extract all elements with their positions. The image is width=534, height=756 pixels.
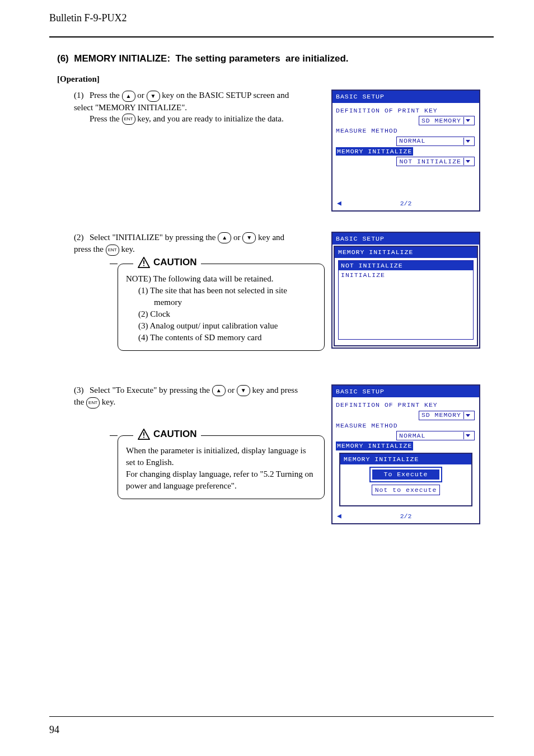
step-1-l2a: Press the <box>90 114 122 123</box>
screen-basic-setup-1: BASIC SETUP DEFINITION OF PRINT KEY SD M… <box>331 90 480 212</box>
to-execute-button[interactable]: To Execute <box>372 469 440 480</box>
svg-rect-3 <box>143 437 144 438</box>
step-2-row: (2)Select "INITIALIZE" by pressing the ▲… <box>49 232 494 351</box>
screen1-row-memory: MEMORY INITIALIZE <box>336 147 476 156</box>
ent-key-icon: ENT <box>86 397 100 408</box>
retain-item-1: (1) The site that has been not selected … <box>138 285 316 308</box>
screen-basic-setup-2: BASIC SETUP MEMORY INITIALIZE NOT INITIA… <box>331 232 480 349</box>
step-2-l1b: or <box>231 233 242 242</box>
memory-initialize-highlight[interactable]: MEMORY INITIALIZE <box>336 442 413 450</box>
warning-triangle-icon <box>138 257 150 268</box>
screen1-field-print-key: SD MEMORY <box>336 116 476 125</box>
memory-initialize-highlight[interactable]: MEMORY INITIALIZE <box>336 147 413 156</box>
caution-tick <box>110 435 118 436</box>
caution-1-body: NOTE) The following data will be retaine… <box>118 264 325 351</box>
screen-basic-setup-3: BASIC SETUP DEFINITION OF PRINT KEY SD M… <box>331 384 480 525</box>
step-1-l1a: Press the <box>90 91 122 100</box>
screen3-body: DEFINITION OF PRINT KEY SD MEMORY MEASUR… <box>332 397 479 506</box>
not-execute-button[interactable]: Not to execute <box>372 485 440 496</box>
caution-1-heading: CAUTION <box>133 256 201 269</box>
screen2-popup: MEMORY INITIALIZE NOT INITIALIZE INITIAL… <box>334 246 478 346</box>
option-not-initialize[interactable]: NOT INITIALIZE <box>339 261 473 271</box>
screen1-field-memory: NOT INITIALIZE <box>336 157 476 166</box>
screen3-modal: MEMORY INITIALIZE To Execute Not to exec… <box>339 453 472 507</box>
step-3-row: (3)Select "To Execute" by pressing the ▲… <box>49 384 494 525</box>
retain-item-4: (4) The contents of SD memory card <box>138 332 316 344</box>
caution-2-heading: CAUTION <box>133 428 201 441</box>
step-3-l1d: key. <box>100 397 115 406</box>
section-title-c-text: are initialized. <box>285 53 348 64</box>
screen3-title: BASIC SETUP <box>332 386 479 398</box>
screen3-field-measure: NORMAL <box>336 431 476 440</box>
page-left-arrow-icon[interactable]: ◀ <box>337 511 341 522</box>
up-key-icon: ▲ <box>122 91 135 102</box>
screen3-page-indicator: 2/2 <box>400 512 412 521</box>
step-2-num: (2) <box>74 232 90 243</box>
caution-1-label: CAUTION <box>153 256 196 269</box>
print-key-value-field[interactable]: SD MEMORY <box>419 411 475 420</box>
operation-heading: [Operation] <box>57 74 494 84</box>
ent-key-icon: ENT <box>106 245 119 256</box>
screen3-row-memory: MEMORY INITIALIZE <box>336 442 476 450</box>
step-3-l1a: Select "To Execute" by pressing the <box>90 386 212 395</box>
retain-item-3: (3) Analog output/ input calibration val… <box>138 320 316 332</box>
running-head: Bulletin F-9-PUX2 <box>49 12 494 24</box>
measure-value: NORMAL <box>399 137 425 145</box>
section-title-a: MEMORY INITIALIZE: <box>74 53 170 64</box>
dropdown-icon <box>463 138 472 145</box>
screen3-modal-title: MEMORY INITIALIZE <box>340 454 471 465</box>
svg-rect-0 <box>143 260 144 264</box>
step-1-row: (1)Press the ▲ or ▼ key on the BASIC SET… <box>49 90 494 212</box>
screen2-title: BASIC SETUP <box>332 233 479 245</box>
ent-key-icon: ENT <box>122 114 135 125</box>
document-page: Bulletin F-9-PUX2 (6) MEMORY INITIALIZE:… <box>0 0 534 756</box>
step-1-l1b: or <box>135 91 147 100</box>
step-2-l1a: Select "INITIALIZE" by pressing the <box>90 233 218 242</box>
section-title: (6) MEMORY INITIALIZE: The setting param… <box>57 53 494 64</box>
memory-value: NOT INITIALIZE <box>399 157 461 166</box>
dropdown-icon <box>463 432 472 439</box>
step-2-text: (2)Select "INITIALIZE" by pressing the ▲… <box>74 232 303 351</box>
caution-1-note: NOTE) The following data will be retaine… <box>126 273 316 285</box>
header-rule <box>49 36 494 37</box>
dropdown-icon <box>463 412 472 419</box>
step-3-num: (3) <box>74 384 90 396</box>
print-key-value: SD MEMORY <box>421 116 461 125</box>
caution-2-body: When the parameter is initialized, displ… <box>118 435 325 499</box>
caution-tick <box>110 264 118 264</box>
caution-box-2: CAUTION When the parameter is initialize… <box>118 435 325 499</box>
warning-triangle-icon <box>138 429 150 440</box>
section-title-b: The setting parameters <box>176 53 280 64</box>
option-initialize[interactable]: INITIALIZE <box>339 270 473 280</box>
measure-value-field[interactable]: NORMAL <box>396 431 475 440</box>
caution-2-p1: When the parameter is initialized, displ… <box>126 445 316 468</box>
screen1-body: DEFINITION OF PRINT KEY SD MEMORY MEASUR… <box>332 103 479 197</box>
svg-rect-2 <box>143 433 144 436</box>
memory-value-field[interactable]: NOT INITIALIZE <box>396 157 475 166</box>
section-number: (6) <box>57 53 69 64</box>
screen1-field-measure: NORMAL <box>336 137 476 146</box>
screen2-option-list: NOT INITIALIZE INITIALIZE <box>338 260 474 340</box>
screen1-row-print-key: DEFINITION OF PRINT KEY <box>336 106 476 115</box>
screen3-row-print-key: DEFINITION OF PRINT KEY <box>336 401 476 410</box>
measure-value: NORMAL <box>399 431 425 440</box>
retain-item-2: (2) Clock <box>138 308 316 320</box>
caution-2-p2: For changing display language, refer to … <box>126 468 316 492</box>
up-key-icon: ▲ <box>218 232 231 243</box>
measure-value-field[interactable]: NORMAL <box>396 137 475 146</box>
step-2-l1d: key. <box>119 245 135 253</box>
screen3-footer: ◀ 2/2 <box>332 510 479 523</box>
page-left-arrow-icon[interactable]: ◀ <box>337 199 341 209</box>
footer-rule <box>49 716 494 717</box>
step-1-num: (1) <box>74 90 90 101</box>
screen2-popup-title: MEMORY INITIALIZE <box>335 247 477 258</box>
caution-2-label: CAUTION <box>153 428 196 441</box>
down-key-icon: ▼ <box>147 91 160 102</box>
step-1-text: (1)Press the ▲ or ▼ key on the BASIC SET… <box>74 90 303 125</box>
dropdown-icon <box>463 158 472 165</box>
screen3-row-measure: MEASURE METHOD <box>336 421 476 430</box>
screen1-page-indicator: 2/2 <box>400 199 412 208</box>
print-key-value: SD MEMORY <box>421 411 461 420</box>
print-key-value-field[interactable]: SD MEMORY <box>419 116 475 125</box>
step-3-l1b: or <box>226 386 237 395</box>
